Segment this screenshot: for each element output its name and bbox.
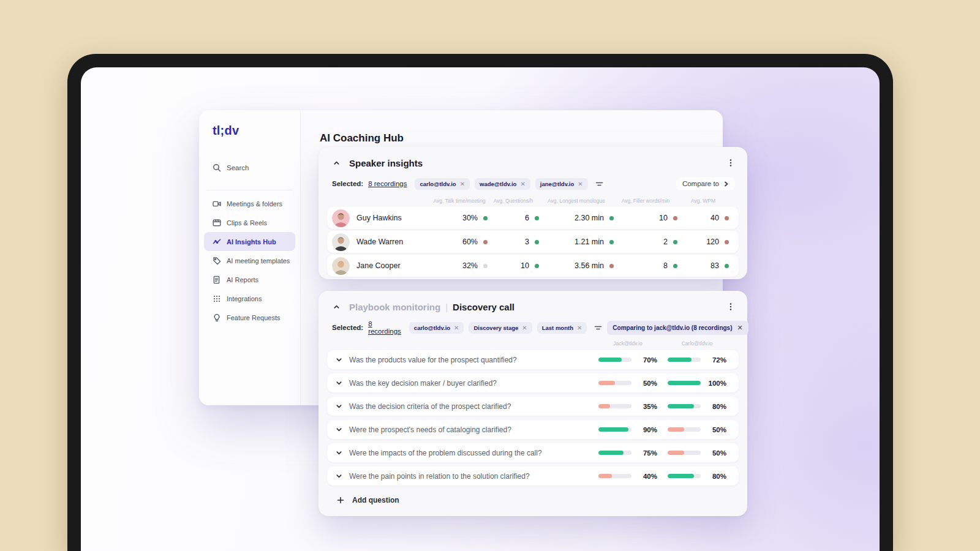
percent-label: 75% (631, 449, 657, 457)
close-icon[interactable]: ✕ (577, 324, 582, 331)
column-header: Avg. WPM (677, 198, 729, 204)
sidebar-item-label: AI meeting templates (227, 257, 290, 264)
compare-to-button[interactable]: Compare to (676, 177, 735, 190)
question-text: Was the products value for the prospect … (349, 356, 598, 364)
sidebar-item-ai-insights-hub[interactable]: AI Insights Hub (204, 232, 295, 251)
chevron-down-icon[interactable] (336, 449, 342, 456)
speaker-chips: carlo@tldv.io✕wade@tldv.io✕jane@tldv.io✕ (415, 178, 587, 190)
selected-count-link[interactable]: 8 recordings (368, 180, 407, 187)
progress-bar (668, 381, 701, 385)
percent-label: 90% (631, 426, 657, 433)
metric-value: 2.30 min (575, 214, 604, 222)
chevron-up-icon (333, 304, 340, 310)
chevron-down-icon[interactable] (336, 473, 342, 479)
playbook-menu-button[interactable] (726, 302, 735, 311)
question-row[interactable]: Was the decision criteria of the prospec… (327, 397, 739, 416)
question-row[interactable]: Were the prospect's needs of cataloging … (327, 420, 739, 439)
speaker-menu-button[interactable] (726, 159, 735, 167)
metric-cell: 10 (614, 214, 677, 222)
page-title: AI Coaching Hub (320, 132, 404, 145)
search-label: Search (227, 164, 249, 171)
percent-label: 50% (701, 426, 726, 433)
score-right: 50% (668, 426, 726, 433)
status-dot (609, 264, 614, 268)
collapse-speaker-button[interactable] (332, 159, 341, 167)
selected-count-link[interactable]: 8 recordings (368, 320, 401, 335)
playbook-column-headers: Jack@tldv.io Carlo@tldv.io (318, 334, 747, 348)
speaker-rows: Guy Hawkins30%62.30 min1040Wade Warren60… (318, 207, 747, 277)
plus-icon (337, 497, 344, 504)
playbook-monitoring-card: Playbook monitoring|Discovery call Selec… (318, 291, 747, 516)
chevron-down-icon[interactable] (336, 403, 342, 410)
chevron-down-icon[interactable] (336, 426, 342, 433)
metric-value: 10 (521, 261, 529, 270)
playbook-col-left: Jack@tldv.io (598, 340, 657, 347)
playbook-col-right: Carlo@tldv.io (668, 340, 726, 347)
sidebar-item-ai-meeting-templates[interactable]: AI meeting templates (204, 251, 295, 270)
chevron-up-icon (333, 160, 340, 167)
speaker-name: Jane Cooper (356, 261, 431, 270)
status-dot (535, 240, 539, 244)
comparing-chip[interactable]: Comparing to jack@tldv.io (8 recordings)… (607, 321, 748, 335)
close-icon[interactable]: ✕ (522, 324, 527, 331)
filter-chip[interactable]: Discovery stage✕ (469, 322, 532, 334)
metric-cell: 32% (431, 261, 488, 270)
search-button[interactable]: Search (213, 162, 300, 174)
question-text: Were the pain points in relation to the … (349, 472, 598, 481)
desktop-background: tl;dv Search Meetings & foldersClips & R… (0, 0, 980, 551)
status-dot (725, 216, 729, 220)
filter-chip-label: jane@tldv.io (540, 181, 575, 187)
status-dot (673, 240, 677, 244)
sidebar-item-integrations[interactable]: Integrations (204, 289, 295, 308)
sidebar-item-label: Clips & Reels (227, 219, 267, 227)
filter-chip[interactable]: Last month✕ (537, 322, 587, 334)
metric-value: 40 (710, 214, 719, 222)
question-row[interactable]: Was the products value for the prospect … (327, 350, 739, 369)
percent-label: 50% (631, 380, 657, 387)
sidebar-item-meetings-folders[interactable]: Meetings & folders (204, 194, 295, 213)
sidebar-nav: Meetings & foldersClips & ReelsAI Insigh… (199, 194, 300, 327)
question-row[interactable]: Were the impacts of the problem discusse… (327, 443, 739, 462)
sidebar-divider (206, 190, 293, 190)
avatar (332, 233, 350, 251)
question-row[interactable]: Was the key decision maker / buyer clari… (327, 373, 739, 392)
status-dot (483, 264, 488, 268)
filter-chip[interactable]: carlo@tldv.io✕ (409, 322, 464, 334)
speaker-filter-button[interactable] (595, 180, 603, 188)
percent-label: 80% (701, 403, 726, 410)
filter-chip[interactable]: jane@tldv.io✕ (535, 178, 588, 190)
clips-icon (213, 219, 221, 227)
filter-chip[interactable]: wade@tldv.io✕ (475, 178, 530, 190)
close-icon[interactable]: ✕ (520, 181, 525, 187)
column-header: Avg. Longest monologue (539, 198, 614, 204)
speaker-row[interactable]: Wade Warren60%31.21 min2120 (327, 231, 739, 253)
sidebar-item-ai-reports[interactable]: AI Reports (204, 270, 295, 289)
chevron-down-icon[interactable] (336, 356, 342, 363)
device-frame: tl;dv Search Meetings & foldersClips & R… (67, 54, 893, 551)
close-icon[interactable]: ✕ (737, 324, 743, 332)
close-icon[interactable]: ✕ (454, 324, 459, 331)
speaker-row[interactable]: Jane Cooper32%103.56 min883 (327, 255, 739, 277)
filter-chip[interactable]: carlo@tldv.io✕ (415, 178, 470, 190)
playbook-title: Playbook monitoring|Discovery call (349, 302, 514, 312)
playbook-filter-button[interactable] (594, 324, 602, 332)
status-dot (609, 216, 614, 220)
progress-fill (668, 381, 701, 385)
sidebar-item-label: Meetings & folders (227, 200, 282, 208)
score-right: 80% (668, 473, 726, 480)
progress-bar (598, 381, 631, 385)
chevron-down-icon[interactable] (336, 380, 342, 386)
filter-chip-label: carlo@tldv.io (420, 181, 456, 187)
metric-value: 120 (706, 238, 719, 246)
collapse-playbook-button[interactable] (332, 302, 341, 311)
add-question-button[interactable]: Add question (318, 490, 747, 504)
question-row[interactable]: Were the pain points in relation to the … (327, 467, 739, 485)
close-icon[interactable]: ✕ (460, 181, 465, 187)
sidebar-item-clips-reels[interactable]: Clips & Reels (204, 213, 295, 232)
close-icon[interactable]: ✕ (578, 181, 582, 187)
playbook-filter-row: Selected: 8 recordings carlo@tldv.io✕Dis… (318, 315, 747, 334)
sidebar-item-feature-requests[interactable]: Feature Requests (204, 308, 295, 327)
sidebar-item-label: AI Reports (227, 276, 258, 283)
speaker-row[interactable]: Guy Hawkins30%62.30 min1040 (327, 207, 739, 229)
sidebar-item-label: Integrations (227, 295, 262, 302)
